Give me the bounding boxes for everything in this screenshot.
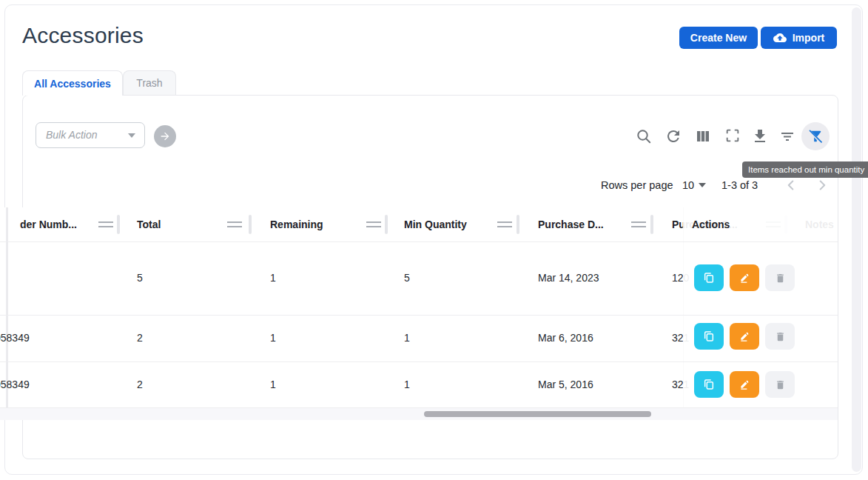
page-size-chevron-down-icon[interactable] bbox=[699, 183, 706, 187]
column-header-purchase-date[interactable]: Purchase D... bbox=[538, 207, 604, 241]
filter-tooltip: Items reached out min quantity bbox=[742, 161, 868, 178]
column-separator bbox=[385, 215, 388, 234]
bulk-action-go-button[interactable] bbox=[154, 125, 176, 147]
row-divider bbox=[683, 241, 838, 242]
cell-purchase-date: Mar 14, 2023 bbox=[538, 241, 599, 315]
cell-remaining: 1 bbox=[270, 315, 276, 361]
copy-button[interactable] bbox=[694, 323, 724, 350]
tab-all-accessories-label: All Accessories bbox=[34, 78, 111, 90]
column-header-remaining[interactable]: Remaining bbox=[270, 207, 323, 241]
copy-icon bbox=[703, 379, 715, 390]
column-header-order-number[interactable]: der Numb... bbox=[20, 207, 77, 241]
tab-all-accessories[interactable]: All Accessories bbox=[22, 70, 123, 96]
edit-button[interactable] bbox=[730, 323, 759, 350]
cloud-upload-icon bbox=[773, 31, 787, 44]
next-page-icon[interactable] bbox=[814, 177, 830, 193]
column-resize-handle-icon[interactable] bbox=[227, 221, 242, 227]
page-title: Accessories bbox=[22, 23, 144, 48]
column-header-total[interactable]: Total bbox=[137, 207, 161, 241]
column-separator bbox=[249, 215, 252, 234]
column-header-actions: Actions bbox=[692, 207, 730, 241]
create-new-label: Create New bbox=[690, 32, 747, 44]
tab-trash[interactable]: Trash bbox=[123, 70, 176, 95]
chevron-down-icon bbox=[128, 133, 135, 138]
edit-button[interactable] bbox=[730, 264, 759, 291]
bulk-action-select[interactable]: Bulk Action bbox=[36, 122, 145, 148]
filter-off-icon[interactable] bbox=[801, 122, 830, 150]
row-divider bbox=[683, 315, 838, 316]
cell-order-number: 058349 bbox=[0, 361, 46, 408]
create-new-button[interactable]: Create New bbox=[679, 27, 758, 49]
horizontal-scrollbar-track[interactable] bbox=[0, 408, 838, 420]
trash-icon bbox=[775, 331, 786, 342]
accessories-page: Accessories Create New Import All Access… bbox=[0, 0, 868, 480]
delete-button[interactable] bbox=[765, 371, 795, 398]
cell-total: 5 bbox=[137, 241, 143, 315]
delete-button[interactable] bbox=[765, 323, 795, 350]
import-label: Import bbox=[793, 32, 825, 44]
column-resize-handle-icon[interactable] bbox=[631, 221, 646, 227]
column-separator bbox=[650, 215, 653, 234]
cell-total: 2 bbox=[137, 315, 143, 361]
rows-per-page-label: Rows per page bbox=[601, 176, 673, 194]
row-divider bbox=[683, 361, 838, 362]
copy-button[interactable] bbox=[694, 264, 724, 291]
columns-icon[interactable] bbox=[694, 127, 712, 145]
edit-button[interactable] bbox=[730, 371, 759, 398]
cell-min-quantity: 1 bbox=[404, 361, 410, 408]
cell-min-quantity: 1 bbox=[404, 315, 410, 361]
cell-min-quantity: 5 bbox=[404, 241, 410, 315]
fullscreen-icon[interactable] bbox=[724, 127, 741, 145]
edit-pencil-icon bbox=[739, 330, 750, 342]
page-size-value[interactable]: 10 bbox=[682, 176, 694, 194]
column-resize-handle-icon[interactable] bbox=[98, 221, 113, 227]
column-separator bbox=[117, 215, 120, 234]
cell-remaining: 1 bbox=[270, 241, 276, 315]
edit-pencil-icon bbox=[739, 379, 750, 390]
horizontal-scrollbar-thumb[interactable] bbox=[424, 411, 651, 417]
bulk-action-placeholder: Bulk Action bbox=[46, 123, 98, 147]
column-separator bbox=[517, 215, 519, 234]
column-header-min-quantity[interactable]: Min Quantity bbox=[404, 207, 467, 241]
cell-remaining: 1 bbox=[270, 361, 276, 408]
column-resize-handle-icon[interactable] bbox=[366, 221, 381, 227]
row-divider bbox=[683, 407, 838, 408]
pagination-range: 1-3 of 3 bbox=[721, 176, 758, 194]
filter-icon[interactable] bbox=[778, 127, 796, 145]
trash-icon bbox=[775, 273, 786, 284]
column-resize-handle-icon[interactable] bbox=[497, 221, 512, 227]
copy-button[interactable] bbox=[694, 371, 724, 398]
previous-page-icon[interactable] bbox=[783, 177, 799, 193]
tab-trash-label: Trash bbox=[136, 77, 162, 89]
cell-purchase-date: Mar 6, 2016 bbox=[538, 315, 593, 361]
cell-total: 2 bbox=[137, 361, 143, 408]
copy-icon bbox=[703, 330, 715, 342]
import-button[interactable]: Import bbox=[761, 27, 837, 49]
download-icon[interactable] bbox=[751, 127, 769, 145]
search-icon[interactable] bbox=[635, 127, 653, 145]
cell-order-number: 058349 bbox=[0, 315, 46, 361]
trash-icon bbox=[775, 379, 786, 390]
copy-icon bbox=[703, 272, 715, 284]
edit-pencil-icon bbox=[739, 272, 750, 284]
vertical-scrollbar[interactable] bbox=[852, 7, 861, 472]
cell-purchase-date: Mar 5, 2016 bbox=[538, 361, 593, 408]
delete-button[interactable] bbox=[765, 264, 795, 291]
arrow-forward-icon bbox=[159, 130, 171, 142]
refresh-icon[interactable] bbox=[665, 127, 682, 145]
